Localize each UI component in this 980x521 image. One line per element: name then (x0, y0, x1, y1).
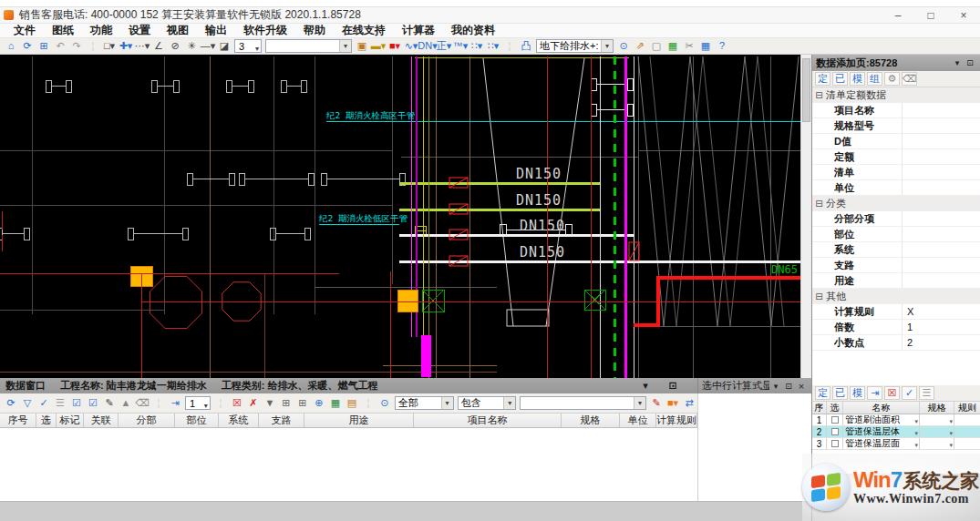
contrast-icon[interactable]: ◪ (216, 39, 232, 53)
separator[interactable]: ¦ (85, 39, 101, 53)
drawing-combo[interactable]: 地下给排水+: (536, 39, 614, 53)
goto-row-icon[interactable]: ⇥ (167, 396, 183, 410)
property-value[interactable]: 2 (902, 335, 980, 350)
property-value[interactable] (902, 165, 980, 179)
separator[interactable]: ¦ (150, 396, 167, 410)
viewport-grid-icon[interactable]: ⊞ (36, 39, 52, 53)
pin-icon[interactable] (964, 58, 976, 67)
column-header[interactable]: 选 (827, 402, 843, 414)
menu-item[interactable]: 我的资料 (443, 23, 503, 38)
filter-check-icon[interactable]: ▽ (19, 396, 36, 410)
column-header[interactable]: 支路 (259, 414, 304, 427)
property-row[interactable]: 用途 (812, 273, 980, 289)
property-row[interactable]: 计算规则 X (812, 304, 980, 320)
color-swatch-icon[interactable]: ■▾ (387, 39, 403, 53)
line-style-icon[interactable]: —▾ (200, 39, 216, 53)
property-row[interactable]: 倍数 1 (812, 320, 980, 335)
redo-icon[interactable]: ↷ (68, 39, 85, 53)
separator[interactable]: ¦ (501, 39, 518, 53)
property-row[interactable]: 其他 (812, 289, 980, 304)
confirm-check-icon[interactable]: ✓ (36, 396, 52, 410)
close-icon[interactable] (795, 381, 808, 392)
property-value[interactable] (902, 211, 980, 226)
chevron-down-icon[interactable] (914, 427, 919, 437)
calc-row[interactable]: 3 管道保温层面 (812, 438, 980, 450)
chevron-down-icon[interactable] (949, 439, 954, 449)
undo-icon[interactable]: ↶ (52, 39, 68, 53)
select-edit-icon[interactable]: ☑ (85, 396, 101, 410)
column-header[interactable]: 规格 (562, 414, 620, 427)
minimize-button[interactable]: – (882, 7, 914, 24)
chevron-down-icon[interactable] (949, 427, 954, 437)
define-button[interactable]: 定 (815, 72, 830, 86)
chevron-down-icon[interactable] (204, 395, 210, 412)
eraser-icon[interactable]: ⌫ (134, 396, 150, 410)
layer-color-icon[interactable]: ▬▾ (370, 39, 387, 53)
delete-icon[interactable]: ✗ (245, 396, 262, 410)
delete-checked-icon[interactable]: ☒ (229, 396, 245, 410)
column-header[interactable]: 用途 (304, 414, 414, 427)
property-value[interactable] (902, 242, 980, 257)
chevron-down-icon[interactable] (639, 380, 652, 392)
property-value[interactable] (902, 180, 980, 195)
column-header[interactable]: 单位 (620, 414, 656, 427)
property-value[interactable]: 1 (902, 320, 980, 334)
dn-label-icon[interactable]: DN▾ (419, 39, 436, 53)
checkbox[interactable] (831, 416, 839, 424)
send-to-icon[interactable]: ⇗ (632, 39, 648, 53)
template-button[interactable]: 模 (850, 72, 865, 86)
color-button[interactable]: 已 (832, 386, 848, 400)
mark-pen-icon[interactable]: ✎ (648, 396, 665, 410)
multi-select-icon[interactable]: ☑ (68, 396, 85, 410)
close-button[interactable]: × (947, 7, 980, 24)
chevron-down-icon[interactable] (914, 439, 919, 449)
find-icon[interactable]: ⊙ (615, 39, 632, 53)
column-header[interactable]: 名称 (843, 402, 920, 414)
template-button[interactable]: 模 (850, 386, 865, 400)
angle-icon[interactable]: ∠ (150, 39, 167, 53)
measure-icon[interactable]: ⋯▾ (134, 39, 150, 53)
property-row[interactable]: 分类 (812, 196, 980, 211)
tools-icon[interactable]: ✂ (681, 39, 697, 53)
define-button[interactable]: 定 (815, 386, 830, 400)
zoom-spinner[interactable]: 3 (234, 39, 262, 53)
menu-item[interactable]: 帮助 (295, 23, 334, 38)
canvas-vscrollbar[interactable] (800, 55, 811, 378)
property-value[interactable] (902, 227, 980, 241)
find-icon[interactable]: ⊙ (377, 396, 393, 410)
row-spinner[interactable]: 1 (185, 396, 211, 410)
stats-chart-icon[interactable]: 凸 (518, 39, 534, 53)
chevron-down-icon[interactable] (255, 38, 261, 55)
menu-item[interactable]: 视图 (159, 23, 197, 38)
snap-cross-icon[interactable]: ✚▾ (118, 39, 134, 53)
snap-star-icon[interactable]: ✳ (183, 39, 200, 53)
property-value[interactable] (902, 149, 980, 164)
group-button[interactable]: 组 (867, 72, 882, 86)
property-row[interactable]: 规格型号 (812, 118, 980, 134)
level-label-icon[interactable]: 正▾ (436, 39, 452, 53)
menu-item[interactable]: 输出 (197, 23, 235, 38)
column-header[interactable]: 分部 (119, 414, 175, 427)
menu-item[interactable]: 计算器 (394, 23, 443, 38)
property-row[interactable]: 系统 (812, 242, 980, 258)
property-row[interactable]: D值 (812, 134, 980, 149)
property-row[interactable]: 定额 (812, 149, 980, 165)
menu-item[interactable]: 设置 (120, 23, 159, 38)
property-row[interactable]: 分部分项 (812, 211, 980, 227)
pin-icon[interactable] (666, 380, 679, 392)
column-header[interactable]: 关联 (84, 414, 119, 427)
property-value[interactable] (893, 196, 980, 210)
scope-combo[interactable]: 全部 (395, 396, 454, 410)
property-row[interactable]: 小数点 2 (812, 335, 980, 351)
rect-tool-icon[interactable]: □▾ (101, 39, 118, 53)
property-value[interactable] (893, 289, 980, 303)
data-window-tab[interactable]: 数据窗口 (5, 379, 46, 393)
menu-item[interactable]: 文件 (5, 23, 44, 38)
bricks-icon[interactable]: ▦ (665, 39, 681, 53)
fill-up-icon[interactable]: ▲ (118, 396, 134, 410)
table-view-icon[interactable]: ▦ (697, 39, 714, 53)
pvc-tag-icon[interactable]: ☰ (919, 386, 934, 400)
eraser-icon[interactable]: ⌫ (902, 72, 917, 86)
settings-gear-icon[interactable]: ⚙ (884, 72, 900, 86)
column-header[interactable]: 选 (36, 414, 57, 427)
